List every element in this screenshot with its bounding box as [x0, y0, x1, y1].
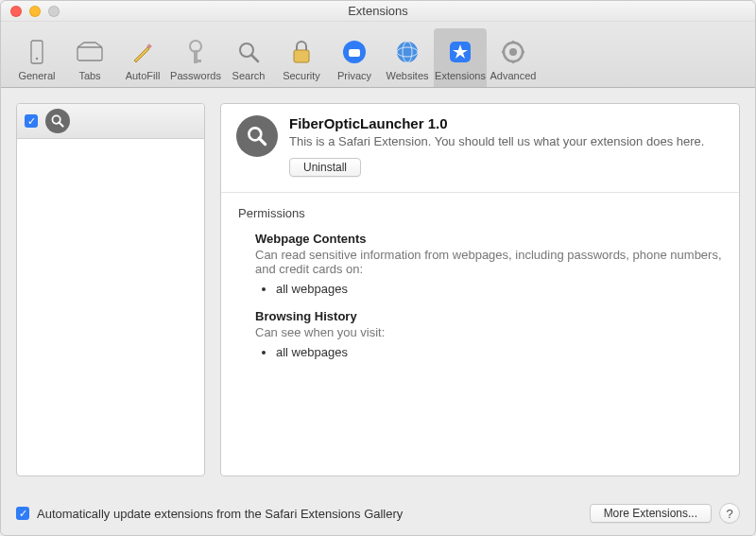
- extension-description: This is a Safari Extension. You should t…: [289, 133, 724, 150]
- svg-line-23: [59, 122, 62, 126]
- toolbar-label: Search: [232, 70, 266, 81]
- toolbar-tab-general[interactable]: General: [10, 28, 63, 87]
- permission-list-item: all webpages: [276, 282, 722, 296]
- more-extensions-button[interactable]: More Extensions...: [590, 504, 712, 523]
- toolbar-tab-websites[interactable]: Websites: [381, 28, 434, 87]
- uninstall-button[interactable]: Uninstall: [289, 158, 361, 177]
- svg-rect-0: [31, 41, 43, 63]
- footer: Automatically update extensions from the…: [1, 492, 755, 535]
- magnifier-icon: [236, 115, 278, 157]
- preferences-window: Extensions General Tabs AutoFill Passwor…: [0, 0, 756, 536]
- extension-list-item[interactable]: [17, 104, 204, 139]
- search-icon: [234, 38, 263, 66]
- autofill-icon: [129, 38, 157, 66]
- toolbar-tab-advanced[interactable]: Advanced: [487, 28, 540, 87]
- permission-list: all webpages: [276, 282, 722, 296]
- toolbar-tab-autofill[interactable]: AutoFill: [116, 28, 169, 87]
- permission-title: Webpage Contents: [255, 232, 722, 246]
- svg-line-8: [251, 55, 258, 61]
- svg-rect-6: [194, 60, 201, 62]
- extension-title: FiberOpticLauncher 1.0: [289, 115, 724, 131]
- permission-list-item: all webpages: [276, 345, 722, 359]
- svg-point-1: [36, 58, 38, 60]
- permission-webpage-contents: Webpage Contents Can read sensitive info…: [255, 232, 722, 296]
- permission-text: Can read sensitive information from webp…: [255, 248, 722, 276]
- toolbar-tab-extensions[interactable]: Extensions: [434, 28, 487, 87]
- svg-point-12: [397, 42, 418, 62]
- toolbar-label: General: [18, 70, 55, 81]
- websites-icon: [393, 38, 421, 66]
- privacy-icon: [340, 38, 369, 66]
- toolbar-label: Tabs: [78, 70, 100, 81]
- toolbar-tab-passwords[interactable]: Passwords: [169, 28, 222, 87]
- svg-rect-11: [349, 49, 360, 57]
- permissions-section: Permissions Webpage Contents Can read se…: [221, 193, 739, 382]
- toolbar-label: AutoFill: [126, 70, 161, 81]
- extensions-icon: [446, 38, 474, 66]
- extension-header: FiberOpticLauncher 1.0 This is a Safari …: [221, 104, 739, 188]
- preferences-toolbar: General Tabs AutoFill Passwords Search: [1, 22, 755, 88]
- permission-browsing-history: Browsing History Can see when you visit:…: [255, 309, 722, 359]
- titlebar: Extensions: [1, 1, 755, 22]
- svg-line-25: [259, 138, 265, 144]
- extension-enable-checkbox[interactable]: [25, 114, 38, 128]
- permission-text: Can see when you visit:: [255, 325, 722, 339]
- extensions-sidebar: [16, 103, 205, 476]
- toolbar-label: Passwords: [170, 70, 221, 81]
- tabs-icon: [76, 38, 104, 66]
- extension-detail-panel: FiberOpticLauncher 1.0 This is a Safari …: [220, 103, 740, 476]
- advanced-icon: [499, 38, 527, 66]
- auto-update-label: Automatically update extensions from the…: [37, 507, 403, 521]
- permissions-heading: Permissions: [238, 206, 722, 220]
- help-button[interactable]: ?: [719, 503, 740, 524]
- svg-rect-2: [77, 47, 102, 61]
- general-icon: [23, 38, 51, 66]
- toolbar-label: Websites: [386, 70, 428, 81]
- toolbar-label: Extensions: [435, 70, 486, 81]
- toolbar-label: Security: [283, 70, 320, 81]
- toolbar-tab-tabs[interactable]: Tabs: [63, 28, 116, 87]
- passwords-icon: [181, 38, 210, 66]
- content-area: FiberOpticLauncher 1.0 This is a Safari …: [1, 88, 755, 492]
- auto-update-checkbox[interactable]: [16, 507, 29, 520]
- toolbar-tab-privacy[interactable]: Privacy: [328, 28, 381, 87]
- svg-point-17: [509, 48, 517, 56]
- permission-title: Browsing History: [255, 309, 722, 323]
- toolbar-label: Advanced: [490, 70, 537, 81]
- permission-list: all webpages: [276, 345, 722, 359]
- toolbar-tab-security[interactable]: Security: [275, 28, 328, 87]
- window-title: Extensions: [1, 4, 755, 18]
- svg-rect-9: [294, 50, 309, 62]
- security-icon: [287, 38, 316, 66]
- magnifier-icon: [45, 109, 70, 133]
- toolbar-tab-search[interactable]: Search: [222, 28, 275, 87]
- toolbar-label: Privacy: [337, 70, 371, 81]
